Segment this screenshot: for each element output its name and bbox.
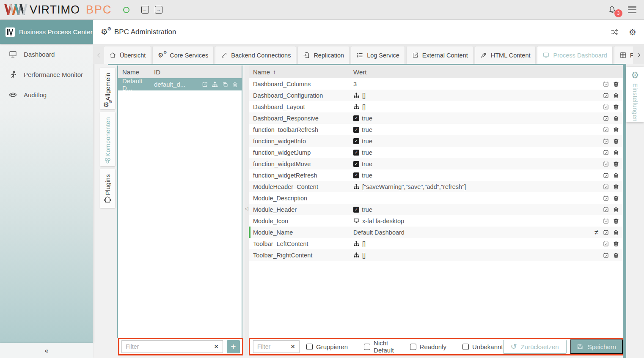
calendar-check-icon[interactable] (603, 229, 609, 236)
checkbox-unchecked-icon[interactable] (364, 344, 370, 350)
panel-splitter[interactable]: ◁ (245, 66, 249, 355)
save-button[interactable]: Speichern (570, 339, 623, 354)
clear-filter-icon[interactable]: ✕ (290, 343, 295, 350)
sidebar-item-dashboard[interactable]: Dashboard (0, 44, 93, 64)
sitemap-icon[interactable] (212, 81, 218, 88)
property-row[interactable]: ModuleHeader_Content ["saveWarning","sav… (249, 181, 623, 192)
trash-icon[interactable] (232, 81, 239, 88)
trash-icon[interactable] (613, 115, 619, 122)
reset-button[interactable]: ↺ Zurücksetzen (503, 340, 567, 354)
property-row[interactable]: Module_Header ✓true (249, 204, 623, 215)
shuffle-icon[interactable] (610, 28, 619, 36)
calendar-check-icon[interactable] (603, 240, 609, 247)
vtab-einstellungen[interactable]: ⚙ Einstellungen (626, 67, 644, 122)
column-header-name[interactable]: Name (118, 68, 154, 76)
vtab-allgemein[interactable]: Allgemein ⚙⚙ (100, 68, 115, 109)
filter-gruppieren[interactable]: Gruppieren (306, 343, 348, 350)
trash-icon[interactable] (613, 218, 619, 224)
trash-icon[interactable] (613, 81, 619, 87)
calendar-check-icon[interactable] (603, 206, 609, 213)
splitter-collapse-handle[interactable]: ◁ (245, 206, 248, 211)
property-row[interactable]: Dashboard_Columns 3 (249, 78, 623, 90)
tab-process-dashboard[interactable]: Process Dashboard (537, 46, 612, 64)
sidebar-item-auditlog[interactable]: Auditlog (0, 85, 93, 105)
filter-nicht-default[interactable]: Nicht Default (364, 339, 394, 354)
property-row[interactable]: Module_Description (249, 192, 623, 204)
menu-button[interactable] (628, 6, 636, 13)
calendar-check-icon[interactable] (603, 218, 609, 224)
property-row[interactable]: function_widgetJump ✓true (249, 147, 623, 158)
calendar-check-icon[interactable] (603, 183, 609, 190)
not-equal-icon[interactable]: ≠ (594, 229, 598, 236)
calendar-check-icon[interactable] (603, 138, 609, 145)
sidebar-collapse-button[interactable]: « (0, 343, 93, 358)
trash-icon[interactable] (613, 172, 619, 179)
checkbox-unchecked-icon[interactable] (306, 344, 313, 350)
vtab-plugins[interactable]: Plugins (100, 169, 115, 208)
tab-html-content[interactable]: HTML Content (475, 46, 536, 64)
tab-process-monitoring[interactable]: Process Monito (614, 46, 633, 64)
calendar-check-icon[interactable] (603, 115, 609, 122)
column-header-wert[interactable]: Wert (353, 68, 366, 76)
property-row[interactable]: function_widgetMove ✓true (249, 158, 623, 169)
tab-scroll-right-button[interactable] (633, 46, 644, 64)
tab-core-services[interactable]: ⚙⚙Core Services (153, 46, 213, 64)
tab-external-content[interactable]: External Content (407, 46, 473, 64)
property-row[interactable]: function_toolbarRefresh ✓true (249, 124, 623, 135)
column-header-id[interactable]: ID (154, 68, 160, 76)
trash-icon[interactable] (613, 206, 619, 213)
property-row[interactable]: Dashboard_Responsive ✓true (249, 112, 623, 124)
property-row[interactable]: Toolbar_LeftContent [] (249, 238, 623, 249)
calendar-check-icon[interactable] (603, 149, 609, 156)
calendar-check-icon[interactable] (603, 81, 609, 87)
trash-icon[interactable] (613, 183, 619, 190)
calendar-check-icon[interactable] (603, 195, 609, 202)
trash-icon[interactable] (613, 126, 619, 133)
property-row[interactable]: Dashboard_Layout [] (249, 101, 623, 112)
trash-icon[interactable] (613, 195, 619, 202)
tab-uebersicht[interactable]: Übersicht (104, 46, 151, 64)
dashboard-row-selected[interactable]: Default D... default_d... (118, 78, 242, 90)
copy-icon[interactable] (222, 81, 228, 88)
notifications-button[interactable]: 3 (607, 4, 617, 16)
trash-icon[interactable] (613, 240, 619, 247)
calendar-check-icon[interactable] (603, 104, 609, 110)
trash-icon[interactable] (613, 149, 619, 156)
property-row[interactable]: Module_Icon x-fal fa-desktop (249, 215, 623, 227)
clear-filter-icon[interactable]: ✕ (214, 343, 219, 350)
sidebar-item-performance-monitor[interactable]: Performance Monitor (0, 64, 93, 85)
filter-unbekannt[interactable]: Unbekannt (462, 343, 503, 350)
trash-icon[interactable] (613, 229, 619, 236)
tab-replication[interactable]: Replication (298, 46, 349, 64)
property-row-modified[interactable]: Module_Name Default Dashboard ≠ (249, 227, 623, 238)
calendar-check-icon[interactable] (603, 161, 609, 167)
property-row[interactable]: function_widgetInfo ✓true (249, 135, 623, 147)
tab-backend-connections[interactable]: Backend Connections (215, 46, 296, 64)
nav-back-button[interactable]: ← (141, 6, 149, 14)
tab-log-service[interactable]: Log Service (351, 46, 405, 64)
vtab-komponenten[interactable]: Komponenten (100, 112, 115, 166)
trash-icon[interactable] (613, 161, 619, 167)
checkbox-unchecked-icon[interactable] (462, 344, 469, 350)
trash-icon[interactable] (613, 252, 619, 259)
tab-scroll-left-button[interactable] (93, 46, 104, 64)
gear-icon[interactable]: ⚙ (629, 28, 636, 36)
trash-icon[interactable] (613, 92, 619, 99)
calendar-check-icon[interactable] (603, 252, 609, 259)
property-row[interactable]: Toolbar_RightContent [] (249, 249, 623, 261)
property-row[interactable]: Dashboard_Configuration [] (249, 90, 623, 101)
property-row[interactable]: function_widgetRefresh ✓true (249, 169, 623, 181)
checkbox-unchecked-icon[interactable] (410, 344, 416, 350)
open-external-icon[interactable] (201, 81, 208, 88)
add-dashboard-button[interactable]: + (227, 340, 240, 353)
dashboard-filter-input[interactable] (126, 343, 214, 350)
column-header-name[interactable]: Name ↑ (249, 68, 353, 76)
trash-icon[interactable] (613, 138, 619, 145)
properties-filter-input[interactable] (257, 343, 290, 350)
nav-forward-button[interactable]: → (155, 6, 162, 14)
trash-icon[interactable] (613, 104, 619, 110)
calendar-check-icon[interactable] (603, 172, 609, 179)
filter-readonly[interactable]: Readonly (410, 343, 446, 350)
calendar-check-icon[interactable] (603, 92, 609, 99)
calendar-check-icon[interactable] (603, 126, 609, 133)
